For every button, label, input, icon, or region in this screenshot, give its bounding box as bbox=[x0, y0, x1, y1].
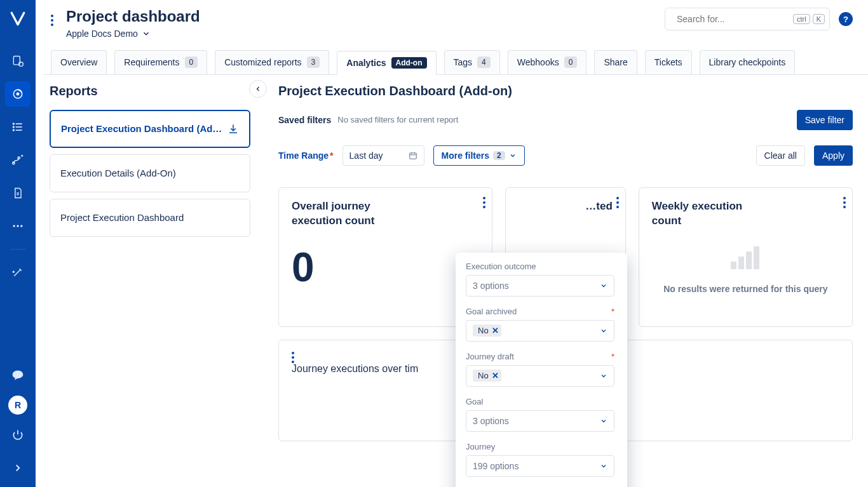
nav-runner-icon[interactable] bbox=[5, 48, 31, 74]
filter-group-label: Goal bbox=[466, 397, 614, 406]
report-item-label: Project Execution Dashboard bbox=[60, 212, 184, 223]
help-icon[interactable]: ? bbox=[839, 12, 853, 26]
filter-group-goal-archived: Goal archived* No✕ bbox=[466, 307, 614, 342]
saved-filters-row: Saved filters No saved filters for curre… bbox=[278, 110, 853, 130]
selected-tag: No✕ bbox=[473, 370, 501, 382]
reports-panel: Reports Project Execution Dashboard (Ad…… bbox=[36, 75, 258, 487]
svg-rect-35 bbox=[746, 251, 752, 269]
download-icon[interactable] bbox=[227, 123, 239, 135]
filter-select-goal[interactable]: 3 options bbox=[466, 410, 614, 432]
remove-tag-icon[interactable]: ✕ bbox=[492, 326, 499, 335]
user-avatar[interactable]: R bbox=[8, 396, 27, 415]
chevron-left-icon bbox=[254, 85, 262, 93]
apply-button[interactable]: Apply bbox=[814, 145, 853, 166]
breadcrumb-label: Apple Docs Demo bbox=[66, 29, 138, 39]
content-heading: Project Execution Dashboard (Add-on) bbox=[278, 84, 853, 98]
nav-expand-icon[interactable] bbox=[5, 455, 31, 481]
remove-tag-icon[interactable]: ✕ bbox=[492, 371, 499, 380]
card-value: 0 bbox=[292, 244, 479, 291]
save-filter-button[interactable]: Save filter bbox=[797, 110, 853, 130]
filter-group-goal: Goal 3 options bbox=[466, 397, 614, 432]
svg-point-15 bbox=[51, 15, 53, 17]
nav-doc-icon[interactable] bbox=[5, 180, 31, 206]
filter-select-goal-archived[interactable]: No✕ bbox=[466, 320, 614, 342]
search-box[interactable]: ctrlK bbox=[665, 8, 830, 30]
chevron-down-icon bbox=[600, 462, 607, 470]
app-logo bbox=[8, 9, 28, 29]
saved-filters-label: Saved filters bbox=[278, 115, 331, 125]
report-item-label: Execution Details (Add-On) bbox=[60, 168, 176, 178]
filter-group-execution-outcome: Execution outcome 3 options bbox=[466, 262, 614, 297]
svg-point-30 bbox=[843, 197, 846, 199]
chevron-down-icon bbox=[600, 372, 607, 380]
report-item-project-execution[interactable]: Project Execution Dashboard bbox=[50, 199, 250, 237]
card-menu-icon[interactable] bbox=[843, 197, 846, 208]
svg-point-28 bbox=[616, 201, 619, 204]
svg-point-14 bbox=[20, 225, 22, 227]
tab-library-checkpoints[interactable]: Library checkpoints bbox=[700, 50, 796, 74]
time-range-value: Last day bbox=[349, 150, 383, 161]
card-weekly-execution-count: Weekly execution count No results were r… bbox=[639, 187, 853, 327]
svg-point-7 bbox=[13, 123, 15, 124]
tab-requirements[interactable]: Requirements0 bbox=[114, 50, 207, 74]
tab-analytics[interactable]: AnalyticsAdd-on bbox=[337, 51, 436, 75]
svg-rect-34 bbox=[738, 257, 744, 269]
analytics-badge: Add-on bbox=[391, 57, 427, 69]
collapse-panel-button[interactable] bbox=[249, 80, 267, 98]
tab-tags[interactable]: Tags4 bbox=[444, 50, 500, 74]
rail-separator bbox=[10, 249, 25, 250]
search-input[interactable] bbox=[677, 14, 788, 24]
dropdown-scroll[interactable]: Execution outcome 3 options Goal archive… bbox=[466, 262, 623, 487]
svg-point-8 bbox=[13, 126, 15, 128]
svg-point-12 bbox=[13, 225, 15, 227]
chevron-down-icon bbox=[600, 417, 607, 425]
nav-flow-icon[interactable] bbox=[5, 147, 31, 173]
card-title: …ted bbox=[519, 199, 613, 214]
clear-all-button[interactable]: Clear all bbox=[756, 145, 805, 166]
filter-select-execution-outcome[interactable]: 3 options bbox=[466, 275, 614, 297]
reports-heading: Reports bbox=[50, 84, 250, 98]
time-range-select[interactable]: Last day bbox=[342, 145, 424, 166]
more-filters-button[interactable]: More filters 2 bbox=[433, 145, 525, 166]
svg-point-27 bbox=[616, 197, 619, 199]
svg-point-16 bbox=[51, 19, 53, 22]
time-range-label: Time Range* bbox=[278, 150, 334, 161]
report-item-execution-details[interactable]: Execution Details (Add-On) bbox=[50, 154, 250, 192]
filter-select-journey-draft[interactable]: No✕ bbox=[466, 365, 614, 387]
tab-customized-reports[interactable]: Customized reports3 bbox=[215, 50, 329, 74]
requirements-count: 0 bbox=[185, 57, 198, 68]
no-results-text: No results were returned for this query bbox=[652, 283, 839, 296]
filter-group-journey: Journey 199 options bbox=[466, 442, 614, 477]
filter-select-journey[interactable]: 199 options bbox=[466, 455, 614, 477]
breadcrumb[interactable]: Apple Docs Demo bbox=[66, 29, 200, 39]
select-placeholder: 3 options bbox=[473, 281, 509, 291]
nav-list-icon[interactable] bbox=[5, 114, 31, 140]
nav-magic-icon[interactable] bbox=[5, 260, 31, 285]
svg-point-9 bbox=[13, 130, 15, 131]
page-menu-icon[interactable] bbox=[43, 8, 61, 33]
svg-point-26 bbox=[483, 206, 485, 208]
nav-power-icon[interactable] bbox=[5, 422, 31, 448]
nav-chat-icon[interactable] bbox=[5, 363, 31, 388]
left-rail: R bbox=[0, 0, 36, 487]
svg-point-38 bbox=[292, 356, 294, 359]
card-menu-icon[interactable] bbox=[616, 197, 619, 208]
tab-share[interactable]: Share bbox=[594, 50, 637, 74]
card-menu-icon[interactable] bbox=[483, 197, 485, 208]
svg-point-25 bbox=[483, 201, 485, 204]
tab-tickets[interactable]: Tickets bbox=[645, 50, 692, 74]
more-filters-count: 2 bbox=[493, 151, 505, 160]
report-item-project-execution-addon[interactable]: Project Execution Dashboard (Ad… bbox=[50, 110, 250, 148]
chevron-down-icon bbox=[142, 29, 151, 38]
nav-more-icon[interactable] bbox=[5, 213, 31, 239]
customized-count: 3 bbox=[307, 57, 320, 68]
svg-point-37 bbox=[292, 352, 294, 354]
saved-filters-text: No saved filters for current report bbox=[337, 115, 458, 124]
selected-tag: No✕ bbox=[473, 324, 501, 337]
tab-webhooks[interactable]: Webhooks0 bbox=[508, 50, 587, 74]
svg-point-3 bbox=[17, 93, 18, 95]
chevron-down-icon bbox=[600, 327, 607, 335]
svg-rect-20 bbox=[409, 153, 416, 159]
nav-analytics-icon[interactable] bbox=[5, 81, 31, 107]
tab-overview[interactable]: Overview bbox=[51, 50, 107, 74]
